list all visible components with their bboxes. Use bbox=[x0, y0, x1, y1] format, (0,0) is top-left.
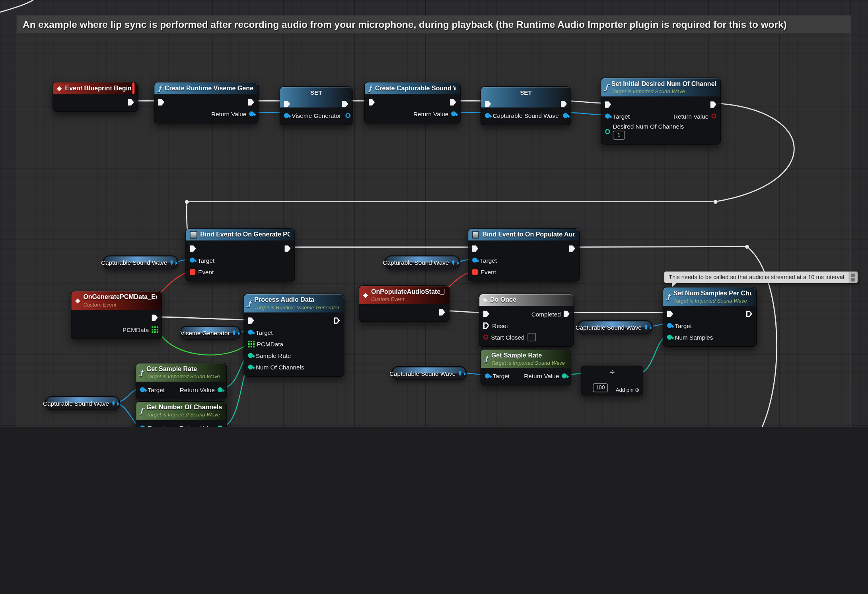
variable-node-cap-csw-chunk[interactable]: Capturable Sound Wave bbox=[577, 320, 652, 334]
pin-pin[interactable] bbox=[334, 317, 340, 324]
variable-output-pin[interactable] bbox=[452, 260, 455, 265]
target-pin[interactable] bbox=[248, 330, 253, 335]
num-samples-pin[interactable] bbox=[667, 335, 672, 340]
divide-value-input[interactable]: 100 bbox=[593, 383, 607, 392]
node-begin-play[interactable]: ◈Event Blueprint Begin Play bbox=[53, 82, 138, 112]
pin-pin[interactable] bbox=[190, 245, 196, 252]
reroute-node-1[interactable] bbox=[713, 200, 717, 204]
return-value-pin[interactable] bbox=[218, 426, 223, 427]
variable-node-cap-csw-bind1[interactable]: Capturable Sound Wave bbox=[103, 256, 178, 270]
node-header[interactable]: ƒGet Sample RateTarget is Imported Sound… bbox=[136, 363, 226, 382]
node-header[interactable]: ◈OnPopulateAudioState_EventCustom Event bbox=[359, 286, 449, 304]
node-header[interactable]: ƒCreate Runtime Viseme Generator bbox=[154, 82, 258, 94]
node-header[interactable]: ƒGet Number Of ChannelsTarget is Importe… bbox=[136, 402, 226, 420]
pin-pin[interactable] bbox=[439, 309, 445, 316]
start-closed-pin[interactable] bbox=[483, 335, 488, 340]
divide-input-b-pin[interactable] bbox=[585, 385, 590, 390]
variable-output-pin[interactable] bbox=[171, 260, 173, 265]
node-header[interactable]: ƒProcess Audio DataTarget is Runtime Vis… bbox=[244, 294, 344, 313]
pin-pin[interactable] bbox=[152, 315, 158, 321]
node-divide[interactable]: ÷100Add pin ⊕ bbox=[581, 365, 643, 395]
pin-pin[interactable] bbox=[667, 311, 673, 317]
return-value-pin[interactable] bbox=[451, 111, 456, 117]
delegate-output-pin[interactable] bbox=[132, 83, 135, 93]
target-pin[interactable] bbox=[140, 426, 145, 427]
pin-pin[interactable] bbox=[472, 245, 478, 252]
node-header[interactable]: ƒSet Initial Desired Num Of ChannelsTarg… bbox=[601, 78, 720, 96]
completed-pin[interactable] bbox=[564, 311, 570, 317]
add-pin-button[interactable]: Add pin ⊕ bbox=[616, 387, 640, 393]
return-value-pin[interactable] bbox=[249, 111, 254, 117]
pcmdata-pin[interactable] bbox=[152, 326, 153, 328]
target-pin[interactable] bbox=[667, 323, 672, 328]
target-pin[interactable] bbox=[140, 387, 145, 393]
blueprint-graph-canvas[interactable]: An example where lip sync is performed a… bbox=[0, 0, 868, 427]
variable-output-pin[interactable] bbox=[112, 401, 115, 406]
target-pin[interactable] bbox=[485, 373, 490, 379]
node-header[interactable]: ƒGet Sample RateTarget is Imported Sound… bbox=[481, 350, 570, 368]
node-create-runtime-viseme-generator[interactable]: ƒCreate Runtime Viseme GeneratorReturn V… bbox=[154, 82, 259, 123]
reroute-node-0[interactable] bbox=[185, 200, 189, 204]
pin-pin[interactable] bbox=[369, 99, 375, 106]
pin-pin[interactable] bbox=[605, 101, 611, 108]
node-ongenerate-pcmdata-event[interactable]: ◈OnGeneratePCMData_EventCustom EventPCMD… bbox=[71, 291, 162, 339]
node-header[interactable]: ¹▸Do Once bbox=[479, 294, 574, 306]
comment-bubble-chunk-note[interactable]: This needs to be called so that audio is… bbox=[664, 272, 858, 283]
node-bind-event-to-on-populate-audio-state[interactable]: Bind Event to On Populate Audio StateTar… bbox=[468, 228, 580, 281]
variable-node-cap-csw-bind2[interactable]: Capturable Sound Wave bbox=[385, 256, 460, 270]
return-value-pin[interactable] bbox=[711, 113, 716, 119]
pin-pin[interactable] bbox=[710, 101, 716, 108]
node-header[interactable]: Bind Event to On Generate PCMData bbox=[186, 229, 295, 240]
reset-pin[interactable] bbox=[483, 322, 489, 329]
pin-pin[interactable] bbox=[342, 101, 348, 107]
pin-pin[interactable] bbox=[158, 99, 164, 106]
variable-node-cap-viseme-generator[interactable]: Viseme Generator bbox=[180, 326, 241, 340]
pin-pin[interactable] bbox=[483, 311, 489, 317]
pin-pin[interactable] bbox=[746, 311, 752, 317]
node-header[interactable]: ƒSet Num Samples Per ChunkTarget is Impo… bbox=[663, 287, 756, 306]
pin-pin[interactable] bbox=[284, 101, 290, 107]
node-set-initial-desired-num-of-channels[interactable]: ƒSet Initial Desired Num Of ChannelsTarg… bbox=[601, 78, 721, 145]
pin-pin[interactable] bbox=[128, 99, 134, 106]
node-do-once[interactable]: ¹▸Do OnceCompletedResetStart Closed bbox=[479, 294, 574, 347]
pin-pin[interactable] bbox=[248, 317, 254, 324]
return-value-pin[interactable] bbox=[218, 387, 223, 393]
sample-rate-pin[interactable] bbox=[248, 353, 253, 358]
node-set-num-samples-per-chunk[interactable]: ƒSet Num Samples Per ChunkTarget is Impo… bbox=[663, 287, 757, 347]
desired-num-of-channels-pin[interactable] bbox=[605, 129, 610, 134]
node-onpopulate-audiostate-event[interactable]: ◈OnPopulateAudioState_EventCustom Event bbox=[359, 285, 450, 322]
variable-node-cap-csw-samplerate2[interactable]: Capturable Sound Wave bbox=[391, 366, 467, 380]
node-set-viseme-generator[interactable]: SETViseme Generator bbox=[280, 86, 353, 125]
pin-pin[interactable] bbox=[485, 101, 491, 107]
bubble-icon-strip[interactable] bbox=[849, 272, 857, 283]
pin-pin[interactable] bbox=[248, 99, 254, 106]
wire-exec-19[interactable] bbox=[0, 0, 33, 12]
capturable-sound-wave-pin[interactable] bbox=[485, 113, 490, 118]
divide-input-a-pin[interactable] bbox=[585, 371, 590, 376]
node-set-capturable-sound-wave[interactable]: SETCapturable Sound Wave bbox=[481, 86, 571, 125]
target-pin[interactable] bbox=[472, 258, 477, 263]
node-header[interactable]: ◈Event Blueprint Begin Play bbox=[53, 82, 138, 94]
event-pin[interactable] bbox=[190, 269, 195, 275]
variable-node-cap-csw-getters[interactable]: Capturable Sound Wave bbox=[45, 396, 120, 410]
pin-pin[interactable] bbox=[563, 113, 568, 118]
node-process-audio-data[interactable]: ƒProcess Audio DataTarget is Runtime Vis… bbox=[243, 294, 344, 377]
node-get-sample-rate-2[interactable]: ƒGet Sample RateTarget is Imported Sound… bbox=[481, 349, 571, 386]
node-bind-event-to-on-generate-pcmdata[interactable]: Bind Event to On Generate PCMDataTargetE… bbox=[185, 228, 295, 281]
viseme-generator-pin[interactable] bbox=[284, 113, 289, 118]
node-create-capturable-sound-wave[interactable]: ƒCreate Capturable Sound WaveReturn Valu… bbox=[364, 82, 461, 123]
pin-pin[interactable] bbox=[345, 113, 350, 118]
target-pin[interactable] bbox=[605, 113, 610, 119]
variable-output-pin[interactable] bbox=[233, 330, 235, 335]
node-get-sample-rate[interactable]: ƒGet Sample RateTarget is Imported Sound… bbox=[136, 363, 227, 399]
checkbox[interactable] bbox=[527, 333, 536, 341]
graph-comment-header[interactable]: An example where lip sync is performed a… bbox=[17, 16, 850, 34]
return-value-pin[interactable] bbox=[562, 373, 567, 379]
reroute-node-2[interactable] bbox=[745, 244, 749, 248]
node-get-number-of-channels[interactable]: ƒGet Number Of ChannelsTarget is Importe… bbox=[136, 401, 227, 427]
num-of-channels-pin[interactable] bbox=[248, 365, 253, 370]
divide-output-pin[interactable] bbox=[634, 371, 640, 376]
variable-output-pin[interactable] bbox=[645, 324, 647, 330]
pin-pin[interactable] bbox=[569, 245, 575, 252]
target-pin[interactable] bbox=[190, 258, 195, 263]
